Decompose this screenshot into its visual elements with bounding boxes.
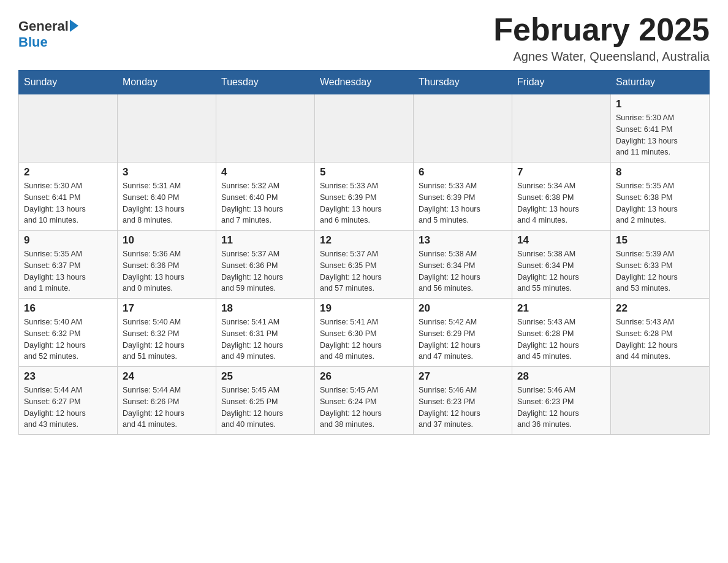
day-number: 7	[517, 166, 605, 178]
calendar-cell: 17Sunrise: 5:40 AM Sunset: 6:32 PM Dayli…	[118, 299, 216, 367]
calendar-week-row: 1Sunrise: 5:30 AM Sunset: 6:41 PM Daylig…	[19, 94, 710, 163]
day-info: Sunrise: 5:41 AM Sunset: 6:31 PM Dayligh…	[221, 316, 309, 362]
calendar-cell: 20Sunrise: 5:42 AM Sunset: 6:29 PM Dayli…	[414, 299, 512, 367]
day-number: 26	[320, 370, 408, 383]
day-number: 13	[419, 234, 507, 247]
day-info: Sunrise: 5:39 AM Sunset: 6:33 PM Dayligh…	[616, 248, 704, 294]
calendar-cell: 23Sunrise: 5:44 AM Sunset: 6:27 PM Dayli…	[19, 367, 118, 435]
day-number: 16	[24, 302, 112, 315]
page-header: General Blue February 2025 Agnes Water, …	[18, 12, 710, 64]
day-number: 9	[24, 234, 112, 247]
calendar-cell: 13Sunrise: 5:38 AM Sunset: 6:34 PM Dayli…	[414, 231, 512, 299]
day-info: Sunrise: 5:43 AM Sunset: 6:28 PM Dayligh…	[517, 316, 605, 362]
day-number: 17	[123, 302, 211, 315]
day-of-week-header: Tuesday	[216, 71, 315, 94]
day-number: 12	[320, 234, 408, 247]
day-info: Sunrise: 5:44 AM Sunset: 6:27 PM Dayligh…	[24, 385, 112, 431]
calendar-table: SundayMondayTuesdayWednesdayThursdayFrid…	[18, 70, 710, 435]
day-info: Sunrise: 5:37 AM Sunset: 6:35 PM Dayligh…	[320, 248, 408, 294]
day-info: Sunrise: 5:41 AM Sunset: 6:30 PM Dayligh…	[320, 316, 408, 362]
day-info: Sunrise: 5:32 AM Sunset: 6:40 PM Dayligh…	[221, 180, 309, 226]
day-info: Sunrise: 5:40 AM Sunset: 6:32 PM Dayligh…	[123, 316, 211, 362]
calendar-cell: 9Sunrise: 5:35 AM Sunset: 6:37 PM Daylig…	[19, 231, 118, 299]
day-info: Sunrise: 5:31 AM Sunset: 6:40 PM Dayligh…	[123, 180, 211, 226]
title-block: February 2025 Agnes Water, Queensland, A…	[493, 12, 710, 64]
calendar-cell	[611, 367, 710, 435]
calendar-cell	[315, 94, 414, 163]
calendar-cell: 4Sunrise: 5:32 AM Sunset: 6:40 PM Daylig…	[216, 163, 315, 231]
day-number: 21	[517, 302, 605, 315]
day-number: 10	[123, 234, 211, 247]
day-number: 5	[320, 166, 408, 178]
day-of-week-header: Thursday	[414, 71, 512, 94]
day-info: Sunrise: 5:35 AM Sunset: 6:38 PM Dayligh…	[616, 180, 704, 226]
calendar-cell: 19Sunrise: 5:41 AM Sunset: 6:30 PM Dayli…	[315, 299, 414, 367]
calendar-cell: 1Sunrise: 5:30 AM Sunset: 6:41 PM Daylig…	[611, 94, 710, 163]
day-number: 27	[419, 370, 507, 383]
day-info: Sunrise: 5:46 AM Sunset: 6:23 PM Dayligh…	[419, 385, 507, 431]
day-of-week-header: Sunday	[19, 71, 118, 94]
day-number: 25	[221, 370, 309, 383]
calendar-cell: 16Sunrise: 5:40 AM Sunset: 6:32 PM Dayli…	[19, 299, 118, 367]
day-info: Sunrise: 5:30 AM Sunset: 6:41 PM Dayligh…	[616, 112, 704, 158]
day-number: 2	[24, 166, 112, 178]
day-of-week-header: Monday	[118, 71, 216, 94]
day-info: Sunrise: 5:35 AM Sunset: 6:37 PM Dayligh…	[24, 248, 112, 294]
day-number: 1	[616, 98, 704, 110]
calendar-week-row: 9Sunrise: 5:35 AM Sunset: 6:37 PM Daylig…	[19, 231, 710, 299]
calendar-cell: 3Sunrise: 5:31 AM Sunset: 6:40 PM Daylig…	[118, 163, 216, 231]
day-info: Sunrise: 5:33 AM Sunset: 6:39 PM Dayligh…	[320, 180, 408, 226]
day-number: 3	[123, 166, 211, 178]
day-number: 6	[419, 166, 507, 178]
calendar-cell	[118, 94, 216, 163]
calendar-cell	[512, 94, 611, 163]
location-text: Agnes Water, Queensland, Australia	[493, 50, 710, 64]
calendar-cell: 24Sunrise: 5:44 AM Sunset: 6:26 PM Dayli…	[118, 367, 216, 435]
day-info: Sunrise: 5:33 AM Sunset: 6:39 PM Dayligh…	[419, 180, 507, 226]
calendar-cell: 12Sunrise: 5:37 AM Sunset: 6:35 PM Dayli…	[315, 231, 414, 299]
day-info: Sunrise: 5:46 AM Sunset: 6:23 PM Dayligh…	[517, 385, 605, 431]
logo-general-text: General	[18, 18, 69, 34]
logo: General Blue	[18, 18, 78, 50]
calendar-header-row: SundayMondayTuesdayWednesdayThursdayFrid…	[19, 71, 710, 94]
day-info: Sunrise: 5:38 AM Sunset: 6:34 PM Dayligh…	[419, 248, 507, 294]
logo-blue-text: Blue	[18, 34, 78, 50]
calendar-cell: 7Sunrise: 5:34 AM Sunset: 6:38 PM Daylig…	[512, 163, 611, 231]
day-info: Sunrise: 5:45 AM Sunset: 6:24 PM Dayligh…	[320, 385, 408, 431]
calendar-week-row: 23Sunrise: 5:44 AM Sunset: 6:27 PM Dayli…	[19, 367, 710, 435]
calendar-cell: 5Sunrise: 5:33 AM Sunset: 6:39 PM Daylig…	[315, 163, 414, 231]
calendar-cell	[414, 94, 512, 163]
day-number: 14	[517, 234, 605, 247]
calendar-week-row: 16Sunrise: 5:40 AM Sunset: 6:32 PM Dayli…	[19, 299, 710, 367]
calendar-cell: 8Sunrise: 5:35 AM Sunset: 6:38 PM Daylig…	[611, 163, 710, 231]
day-info: Sunrise: 5:34 AM Sunset: 6:38 PM Dayligh…	[517, 180, 605, 226]
day-number: 11	[221, 234, 309, 247]
day-info: Sunrise: 5:42 AM Sunset: 6:29 PM Dayligh…	[419, 316, 507, 362]
day-number: 28	[517, 370, 605, 383]
day-number: 24	[123, 370, 211, 383]
day-of-week-header: Saturday	[611, 71, 710, 94]
day-info: Sunrise: 5:30 AM Sunset: 6:41 PM Dayligh…	[24, 180, 112, 226]
day-info: Sunrise: 5:40 AM Sunset: 6:32 PM Dayligh…	[24, 316, 112, 362]
day-info: Sunrise: 5:45 AM Sunset: 6:25 PM Dayligh…	[221, 385, 309, 431]
day-number: 23	[24, 370, 112, 383]
day-number: 22	[616, 302, 704, 315]
calendar-cell: 2Sunrise: 5:30 AM Sunset: 6:41 PM Daylig…	[19, 163, 118, 231]
day-info: Sunrise: 5:38 AM Sunset: 6:34 PM Dayligh…	[517, 248, 605, 294]
logo-arrow-icon	[70, 20, 78, 32]
month-title: February 2025	[493, 12, 710, 47]
calendar-cell: 22Sunrise: 5:43 AM Sunset: 6:28 PM Dayli…	[611, 299, 710, 367]
day-number: 15	[616, 234, 704, 247]
calendar-cell: 25Sunrise: 5:45 AM Sunset: 6:25 PM Dayli…	[216, 367, 315, 435]
day-number: 20	[419, 302, 507, 315]
calendar-cell: 10Sunrise: 5:36 AM Sunset: 6:36 PM Dayli…	[118, 231, 216, 299]
calendar-cell	[19, 94, 118, 163]
day-of-week-header: Wednesday	[315, 71, 414, 94]
calendar-cell: 21Sunrise: 5:43 AM Sunset: 6:28 PM Dayli…	[512, 299, 611, 367]
day-number: 8	[616, 166, 704, 178]
calendar-cell: 11Sunrise: 5:37 AM Sunset: 6:36 PM Dayli…	[216, 231, 315, 299]
calendar-cell: 18Sunrise: 5:41 AM Sunset: 6:31 PM Dayli…	[216, 299, 315, 367]
calendar-cell: 28Sunrise: 5:46 AM Sunset: 6:23 PM Dayli…	[512, 367, 611, 435]
day-info: Sunrise: 5:43 AM Sunset: 6:28 PM Dayligh…	[616, 316, 704, 362]
calendar-cell: 14Sunrise: 5:38 AM Sunset: 6:34 PM Dayli…	[512, 231, 611, 299]
